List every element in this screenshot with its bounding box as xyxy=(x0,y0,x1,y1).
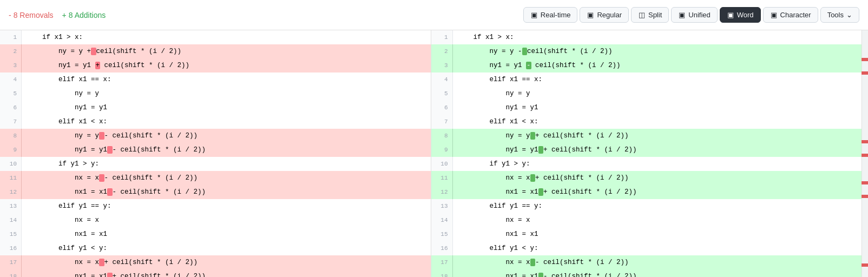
unified-button[interactable]: ▣ Unified xyxy=(671,7,717,23)
line-content: nx = x xyxy=(22,213,431,227)
line-number: 9 xyxy=(431,143,453,157)
table-row: 7 elif x1 < x: xyxy=(0,115,431,129)
line-content: nx1 = x1 xyxy=(22,227,431,241)
line-content: ny1 = y1 xyxy=(453,101,862,115)
text-icon: ▣ xyxy=(770,11,778,19)
table-row: 2 ny = y - ceil(shift * (i / 2)) xyxy=(431,44,862,58)
right-diff-panel: 1 if x1 > x:2 ny = y - ceil(shift * (i /… xyxy=(431,30,862,277)
line-content: nx = x - ceil(shift * (i / 2)) xyxy=(453,255,862,269)
table-row: 8 ny = y + ceil(shift * (i / 2)) xyxy=(431,129,862,143)
character-button[interactable]: ▣ Character xyxy=(763,7,818,23)
table-row: 17 nx = x - ceil(shift * (i / 2)) xyxy=(431,255,862,269)
additions-prefix: + xyxy=(62,11,67,19)
removals-count: 8 Removals xyxy=(14,11,54,19)
line-number: 6 xyxy=(431,101,453,115)
line-content: ny = y - ceil(shift * (i / 2)) xyxy=(453,44,862,58)
line-content: if y1 > y: xyxy=(22,157,431,171)
table-row: 5 ny = y xyxy=(431,87,862,101)
table-row: 14 nx = x xyxy=(0,213,431,227)
line-number: 12 xyxy=(0,185,22,199)
table-row: 6 ny1 = y1 xyxy=(0,101,431,115)
line-number: 16 xyxy=(0,241,22,255)
split-button[interactable]: ◫ Split xyxy=(631,7,669,23)
regular-button[interactable]: ▣ Regular xyxy=(580,7,629,23)
table-row: 13 elif y1 == y: xyxy=(0,199,431,213)
table-row: 1 if x1 > x: xyxy=(0,30,431,44)
line-content: ny = y xyxy=(22,87,431,101)
line-number: 10 xyxy=(431,157,453,171)
diff-stats: - 8 Removals + 8 Additions xyxy=(9,11,106,19)
header: - 8 Removals + 8 Additions ▣ Real-time ▣… xyxy=(0,0,868,30)
word-button[interactable]: ▣ Word xyxy=(720,7,761,23)
line-content: if x1 > x: xyxy=(22,30,431,44)
table-row: 5 ny = y xyxy=(0,87,431,101)
table-row: 9 ny1 = y1 - ceil(shift * (i / 2)) xyxy=(0,143,431,157)
line-content: elif y1 < y: xyxy=(453,241,862,255)
line-content: nx1 = x1 - ceil(shift * (i / 2)) xyxy=(22,185,431,199)
line-content: elif x1 < x: xyxy=(22,115,431,129)
table-row: 16 elif y1 < y: xyxy=(431,241,862,255)
regular-label: Regular xyxy=(597,11,622,19)
line-number: 5 xyxy=(431,87,453,101)
line-content: nx = x + ceil(shift * (i / 2)) xyxy=(22,255,431,269)
table-row: 12 nx1 = x1 - ceil(shift * (i / 2)) xyxy=(0,185,431,199)
line-content: ny = y + ceil(shift * (i / 2)) xyxy=(453,129,862,143)
scroll-removed-mark xyxy=(862,140,868,143)
columns-icon: ◫ xyxy=(638,11,646,19)
line-number: 10 xyxy=(0,157,22,171)
line-number: 1 xyxy=(0,30,22,44)
table-row: 2 ny = y + ceil(shift * (i / 2)) xyxy=(0,44,431,58)
scroll-removed-mark xyxy=(862,58,868,61)
line-number: 13 xyxy=(0,199,22,213)
line-number: 1 xyxy=(431,30,453,44)
line-content: nx1 = x1 + ceil(shift * (i / 2)) xyxy=(22,269,431,277)
unified-label: Unified xyxy=(688,11,710,19)
scrollbar-indicator[interactable] xyxy=(862,30,868,277)
removals-badge: - 8 Removals xyxy=(9,11,54,19)
scroll-removed-mark xyxy=(862,263,868,267)
line-content: nx = x - ceil(shift * (i / 2)) xyxy=(22,171,431,185)
line-number: 15 xyxy=(431,227,453,241)
line-content: ny = y + ceil(shift * (i / 2)) xyxy=(22,44,431,58)
line-content: elif y1 == y: xyxy=(22,199,431,213)
table-row: 18 nx1 = x1 - ceil(shift * (i / 2)) xyxy=(431,269,862,277)
monitor-icon: ▣ xyxy=(678,11,686,19)
table-row: 3 ny1 = y1 - ceil(shift * (i / 2)) xyxy=(431,58,862,72)
line-number: 3 xyxy=(0,58,22,72)
line-number: 17 xyxy=(431,255,453,269)
line-content: if x1 > x: xyxy=(453,30,862,44)
line-content: ny1 = y1 - ceil(shift * (i / 2)) xyxy=(22,143,431,157)
table-row: 7 elif x1 < x: xyxy=(431,115,862,129)
line-content: nx1 = x1 - ceil(shift * (i / 2)) xyxy=(453,269,862,277)
diff-view: 1 if x1 > x:2 ny = y + ceil(shift * (i /… xyxy=(0,30,868,277)
removals-prefix: - xyxy=(9,11,11,19)
table-row: 17 nx = x + ceil(shift * (i / 2)) xyxy=(0,255,431,269)
realtime-button[interactable]: ▣ Real-time xyxy=(523,7,578,23)
scroll-removed-mark xyxy=(862,195,868,198)
line-number: 15 xyxy=(0,227,22,241)
line-number: 16 xyxy=(431,241,453,255)
chevron-down-icon: ⌄ xyxy=(846,11,852,19)
table-row: 11 nx = x - ceil(shift * (i / 2)) xyxy=(0,171,431,185)
line-number: 4 xyxy=(431,72,453,87)
line-number: 2 xyxy=(431,44,453,58)
line-number: 4 xyxy=(0,72,22,87)
table-row: 10 if y1 > y: xyxy=(431,157,862,171)
table-row: 14 nx = x xyxy=(431,213,862,227)
table-row: 8 ny = y - ceil(shift * (i / 2)) xyxy=(0,129,431,143)
line-number: 5 xyxy=(0,87,22,101)
character-label: Character xyxy=(780,11,811,19)
tools-button[interactable]: Tools ⌄ xyxy=(820,7,859,23)
table-row: 9 ny1 = y1 + ceil(shift * (i / 2)) xyxy=(431,143,862,157)
line-content: nx = x + ceil(shift * (i / 2)) xyxy=(453,171,862,185)
view-mode-toolbar: ▣ Real-time ▣ Regular ◫ Split ▣ Unified … xyxy=(523,7,859,23)
line-content: ny1 = y1 - ceil(shift * (i / 2)) xyxy=(453,58,862,72)
table-row: 12 nx1 = x1 + ceil(shift * (i / 2)) xyxy=(431,185,862,199)
line-content: ny = y - ceil(shift * (i / 2)) xyxy=(22,129,431,143)
left-diff-panel: 1 if x1 > x:2 ny = y + ceil(shift * (i /… xyxy=(0,30,431,277)
line-content: nx = x xyxy=(453,213,862,227)
line-number: 11 xyxy=(0,171,22,185)
table-row: 16 elif y1 < y: xyxy=(0,241,431,255)
line-content: ny = y xyxy=(453,87,862,101)
monitor-icon: ▣ xyxy=(587,11,594,19)
